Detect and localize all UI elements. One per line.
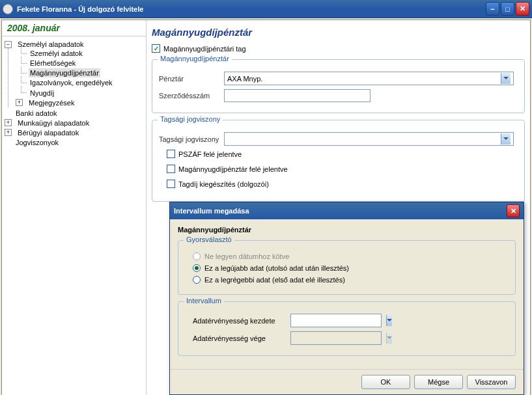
chevron-down-icon	[386, 315, 392, 326]
radio-no-date-label: Ne legyen dátumhoz kötve	[204, 252, 289, 260]
tagdij-label: Tagdíj kiegészítés (dolgozói)	[178, 180, 269, 188]
szerzodes-label: Szerződésszám	[159, 92, 224, 100]
app-icon	[3, 4, 13, 14]
tree-item-banki-adatok[interactable]: Banki adatok	[14, 109, 59, 118]
ok-button[interactable]: OK	[361, 375, 410, 389]
tree-item-jogviszonyok[interactable]: Jogviszonyok	[14, 138, 60, 147]
fieldset-intervallum: Intervallum Adatérvényesség kezdete Adat…	[178, 301, 516, 356]
fieldset-penztar: Magánnyugdíjpénztár Pénztár AXA Mnyp. Sz…	[152, 59, 525, 113]
mnyp-label: Magánnyugdíjpénztár felé jelentve	[178, 165, 288, 173]
radio-oldest[interactable]	[193, 276, 201, 284]
tree-item-megjegyzesek[interactable]: Megjegyzések	[27, 98, 76, 107]
radio-newest-label: Ez a legújabb adat (utolsó adat után ill…	[204, 264, 349, 272]
szerzodes-input[interactable]	[224, 89, 371, 102]
pszaf-checkbox[interactable]	[167, 150, 175, 158]
tree-item-magannyugdijpenztar[interactable]: Magánnyugdíjpénztár	[29, 68, 100, 77]
kezdete-label: Adatérvényesség kezdete	[193, 317, 290, 325]
dialog-titlebar: Intervallum megadása ✕	[170, 202, 524, 219]
nav-tree: − Személyi alapadatok Személyi adatok El…	[2, 36, 146, 395]
tree-toggle[interactable]: +	[5, 119, 12, 126]
tagsagi-label: Tagsági jogviszony	[159, 135, 224, 143]
penztar-value: AXA Mnyp.	[227, 75, 262, 83]
close-button[interactable]: ✕	[516, 2, 529, 16]
radio-oldest-label: Ez a legrégebbi adat (első adat elé ille…	[204, 276, 345, 284]
minimize-button[interactable]: −	[486, 2, 499, 16]
fieldset-legend: Gyorsválasztó	[184, 236, 234, 243]
tree-item-igazolvanyok[interactable]: Igazolványok, engedélyek	[29, 78, 114, 87]
radio-newest[interactable]	[193, 264, 201, 272]
vege-label: Adatérvényesség vége	[193, 334, 290, 342]
tree-item-szemelyi-adatok[interactable]: Személyi adatok	[29, 49, 84, 58]
tree-toggle[interactable]: +	[16, 99, 23, 106]
tree-toggle[interactable]: +	[5, 129, 12, 136]
chevron-down-icon	[501, 73, 511, 84]
tree-item-nyugdij[interactable]: Nyugdíj	[29, 89, 55, 98]
dialog-close-button[interactable]: ✕	[507, 204, 520, 217]
cancel-button[interactable]: Mégse	[414, 375, 463, 389]
fieldset-tagsagi: Tagsági jogviszony Tagsági jogviszony PS…	[152, 120, 525, 202]
member-checkbox[interactable]	[152, 44, 160, 53]
fieldset-legend: Tagsági jogviszony	[158, 115, 223, 123]
fieldset-legend: Intervallum	[184, 297, 224, 305]
vege-input	[291, 332, 386, 344]
tree-item-munkaugyi[interactable]: Munkaügyi alapadatok	[16, 118, 91, 128]
window-title: Fekete Floranna - Új dolgozó felvitele	[17, 5, 486, 13]
fieldset-gyorsvalaszto: Gyorsválasztó Ne legyen dátumhoz kötve E…	[178, 240, 516, 295]
chevron-down-icon	[501, 133, 511, 144]
pszaf-label: PSZÁF felé jelentve	[178, 150, 242, 158]
tagsagi-select[interactable]	[224, 132, 514, 146]
chevron-down-icon	[386, 333, 392, 344]
interval-dialog: Intervallum megadása ✕ Magánnyugdíjpénzt…	[169, 202, 524, 395]
undo-button[interactable]: Visszavon	[467, 375, 516, 389]
tree-item-berugyi[interactable]: Bérügyi alapadatok	[16, 128, 80, 137]
penztar-label: Pénztár	[159, 75, 224, 83]
left-panel: 2008. január − Személyi alapadatok Szemé…	[2, 20, 147, 395]
tree-item-elerhetosegek[interactable]: Elérhetőségek	[29, 59, 77, 68]
tree-toggle[interactable]: −	[5, 41, 12, 48]
dialog-title: Intervallum megadása	[174, 207, 507, 215]
member-checkbox-label: Magánnyugdíjpénztári tag	[163, 45, 246, 53]
date-header: 2008. január	[2, 20, 146, 36]
mnyp-checkbox[interactable]	[167, 165, 175, 173]
radio-no-date	[193, 252, 201, 260]
maximize-button[interactable]: □	[501, 2, 514, 16]
main-titlebar: Fekete Floranna - Új dolgozó felvitele −…	[0, 0, 532, 18]
kezdete-input[interactable]	[291, 314, 386, 327]
penztar-select[interactable]: AXA Mnyp.	[224, 72, 514, 85]
kezdete-combo[interactable]	[290, 314, 382, 327]
fieldset-legend: Magánnyugdíjpénztár	[158, 55, 232, 62]
tagdij-checkbox[interactable]	[167, 180, 175, 188]
vege-combo	[290, 331, 382, 345]
section-title: Magánnyugdíjpénztár	[152, 23, 525, 42]
dialog-subtitle: Magánnyugdíjpénztár	[178, 226, 516, 234]
